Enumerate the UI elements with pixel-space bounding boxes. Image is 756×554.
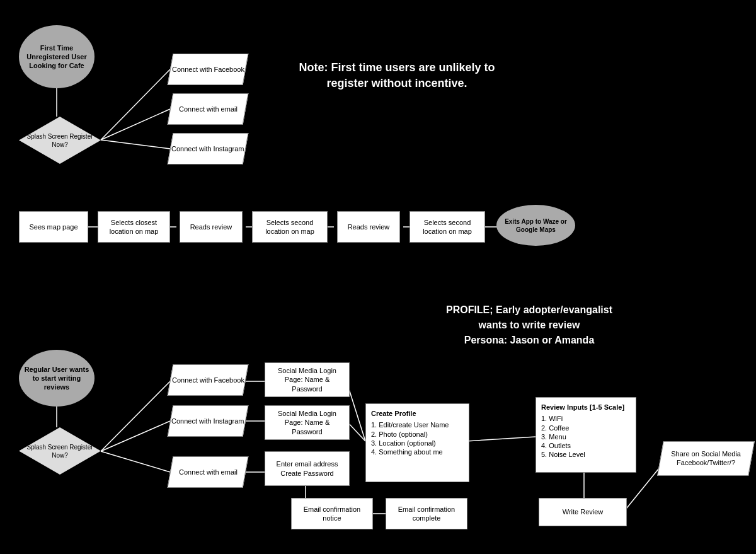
user1-persona: First Time Unregistered User Looking for… bbox=[19, 25, 94, 88]
profile-note: PROFILE; Early adopter/evangalist wants … bbox=[441, 303, 617, 348]
selects-second-location-2: Selects second location on map bbox=[410, 211, 485, 243]
enter-email: Enter email address Create Password bbox=[265, 451, 350, 486]
note-first-time-users: Note: First time users are unlikely to r… bbox=[296, 60, 498, 91]
svg-line-19 bbox=[466, 437, 536, 441]
email-confirmation-complete: Email confirmation complete bbox=[386, 498, 467, 529]
diagram: First Time Unregistered User Looking for… bbox=[0, 0, 756, 554]
svg-line-13 bbox=[101, 451, 170, 472]
selects-second-location-1: Selects second location on map bbox=[252, 211, 328, 243]
svg-line-3 bbox=[101, 140, 170, 149]
share-social-media: Share on Social Media Facebook/Twitter/? bbox=[657, 441, 755, 476]
connect-facebook-2: Connect with Facebook bbox=[168, 364, 249, 396]
connect-email-2: Connect with email bbox=[168, 456, 249, 488]
svg-line-1 bbox=[101, 69, 170, 140]
connect-instagram-2: Connect with Instagram bbox=[168, 405, 249, 437]
connect-email-1: Connect with email bbox=[168, 93, 249, 125]
review-inputs: Review Inputs [1-5 Scale] 1. WiFi 2. Cof… bbox=[536, 397, 636, 473]
write-review: Write Review bbox=[539, 498, 627, 526]
social-login-2: Social Media Login Page: Name & Password bbox=[265, 405, 350, 440]
sees-map-page: Sees map page bbox=[19, 211, 88, 243]
reads-review-2: Reads review bbox=[337, 211, 400, 243]
svg-line-12 bbox=[101, 421, 170, 451]
social-login-1: Social Media Login Page: Name & Password bbox=[265, 362, 350, 397]
exits-app: Exits App to Waze or Google Maps bbox=[496, 205, 575, 246]
connect-instagram-1: Connect with Instagram bbox=[168, 133, 249, 164]
connect-facebook-1: Connect with Facebook bbox=[168, 54, 249, 85]
create-profile: Create Profile 1. Edit/create User Name … bbox=[365, 403, 469, 482]
email-confirmation-notice: Email confirmation notice bbox=[291, 498, 373, 529]
svg-line-2 bbox=[101, 109, 170, 140]
reads-review-1: Reads review bbox=[180, 211, 243, 243]
splash-screen-1: Splash Screen Register Now? bbox=[19, 117, 101, 164]
selects-closest-location: Selects closest location on map bbox=[98, 211, 170, 243]
user2-persona: Regular User wants to start writing revi… bbox=[19, 350, 94, 407]
splash-screen-2: Splash Screen Register Now? bbox=[19, 427, 101, 475]
svg-line-11 bbox=[101, 381, 170, 451]
